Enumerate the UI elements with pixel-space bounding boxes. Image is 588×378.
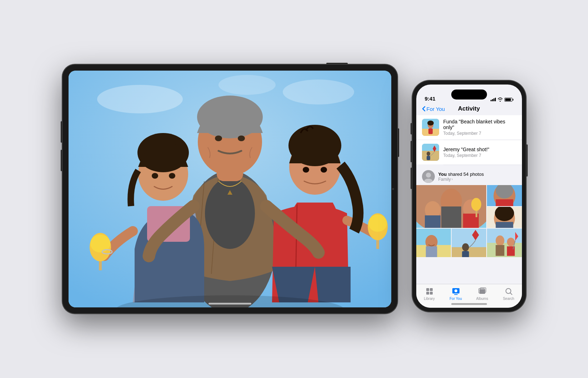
iphone-device: 9:41 bbox=[412, 80, 526, 312]
svg-rect-56 bbox=[496, 199, 513, 206]
shared-action-text: You shared 54 photos bbox=[438, 172, 484, 177]
library-icon bbox=[425, 287, 434, 296]
signal-bar-2 bbox=[492, 99, 493, 101]
status-icons bbox=[491, 97, 513, 102]
svg-point-52 bbox=[471, 198, 481, 211]
photo-large[interactable] bbox=[416, 185, 486, 228]
tab-for-you-label: For You bbox=[449, 297, 462, 301]
photo-grid-bottom bbox=[416, 229, 522, 257]
activity-text-funda: Funda "Beach blanket vibes only" Today, … bbox=[443, 119, 516, 136]
svg-point-69 bbox=[462, 243, 469, 251]
shared-section: You shared 54 photos Family › bbox=[416, 165, 522, 257]
svg-rect-46 bbox=[441, 206, 461, 228]
photo-bottom-1[interactable] bbox=[416, 229, 451, 257]
activity-text-jeremy: Jeremy "Great shot!" Today, September 7 bbox=[443, 147, 516, 158]
activity-list: Funda "Beach blanket vibes only" Today, … bbox=[416, 115, 522, 284]
shared-album-text[interactable]: Family › bbox=[438, 177, 484, 182]
battery-icon bbox=[504, 98, 513, 102]
photo-small-2[interactable] bbox=[487, 207, 522, 228]
activity-item-funda[interactable]: Funda "Beach blanket vibes only" Today, … bbox=[416, 115, 522, 139]
iphone-power-btn bbox=[526, 144, 528, 177]
svg-point-38 bbox=[427, 152, 430, 156]
tab-for-you[interactable]: For You bbox=[443, 287, 469, 301]
activity-item-jeremy[interactable]: Jeremy "Great shot!" Today, September 7 bbox=[416, 140, 522, 164]
iphone-silent-btn bbox=[411, 123, 412, 134]
tab-albums-label: Albums bbox=[476, 297, 488, 301]
iphone-home-indicator bbox=[451, 303, 487, 305]
shared-header: You shared 54 photos Family › bbox=[416, 168, 522, 185]
signal-bar-3 bbox=[493, 98, 494, 101]
svg-point-41 bbox=[426, 173, 431, 178]
svg-rect-60 bbox=[496, 222, 513, 228]
photo-bottom-2[interactable] bbox=[452, 229, 486, 257]
svg-rect-75 bbox=[496, 245, 504, 256]
signal-icon bbox=[491, 98, 496, 101]
iphone-volume-up-btn bbox=[411, 141, 412, 162]
svg-point-74 bbox=[496, 235, 504, 246]
activity-date-funda: Today, September 7 bbox=[443, 131, 516, 136]
svg-rect-48 bbox=[425, 215, 441, 228]
nav-header: For You Activity bbox=[416, 104, 522, 115]
svg-point-3 bbox=[218, 75, 276, 95]
ipad-volume-up-btn bbox=[61, 121, 62, 143]
svg-rect-79 bbox=[426, 288, 429, 291]
tab-search[interactable]: Search bbox=[496, 287, 522, 301]
activity-thumb-funda bbox=[422, 119, 439, 136]
svg-point-23 bbox=[368, 215, 387, 232]
photo-bottom-3[interactable] bbox=[487, 229, 522, 257]
svg-rect-33 bbox=[428, 128, 433, 134]
iphone-volume-down-btn bbox=[411, 168, 412, 189]
svg-point-5 bbox=[205, 178, 255, 249]
svg-point-26 bbox=[303, 167, 309, 173]
tab-library[interactable]: Library bbox=[416, 287, 443, 301]
svg-point-34 bbox=[427, 121, 434, 126]
album-chevron-icon: › bbox=[452, 177, 453, 181]
svg-rect-80 bbox=[430, 288, 433, 291]
svg-rect-65 bbox=[426, 246, 437, 257]
back-label: For You bbox=[427, 106, 445, 112]
photo-grid-top bbox=[416, 185, 522, 228]
svg-point-2 bbox=[283, 80, 354, 104]
svg-rect-36 bbox=[422, 144, 439, 151]
tab-albums[interactable]: Albums bbox=[469, 287, 496, 301]
svg-point-76 bbox=[507, 237, 515, 246]
ipad-volume-down-btn bbox=[61, 150, 62, 171]
for-you-icon bbox=[452, 287, 460, 296]
activity-name-funda: Funda "Beach blanket vibes only" bbox=[443, 119, 516, 130]
signal-bar-4 bbox=[495, 98, 496, 101]
nav-back-button[interactable]: For You bbox=[422, 106, 445, 112]
ipad-screen bbox=[69, 71, 391, 307]
main-scene: 9:41 bbox=[62, 64, 526, 314]
status-time: 9:41 bbox=[425, 96, 436, 102]
svg-point-10 bbox=[238, 136, 245, 141]
svg-rect-85 bbox=[454, 294, 458, 295]
iphone-screen: 9:41 bbox=[416, 85, 522, 308]
activity-name-jeremy: Jeremy "Great shot!" bbox=[443, 147, 516, 152]
tab-library-label: Library bbox=[424, 297, 435, 301]
activity-thumb-jeremy bbox=[422, 144, 439, 161]
albums-icon bbox=[478, 287, 487, 296]
signal-bar-1 bbox=[491, 100, 492, 101]
svg-rect-82 bbox=[430, 292, 433, 295]
svg-point-18 bbox=[152, 173, 158, 179]
svg-point-84 bbox=[454, 290, 457, 292]
wifi-icon bbox=[498, 97, 503, 102]
svg-point-27 bbox=[321, 167, 327, 173]
shared-text: You shared 54 photos Family › bbox=[438, 172, 484, 182]
ipad-home-indicator bbox=[208, 303, 251, 305]
svg-rect-81 bbox=[426, 292, 429, 295]
dynamic-island bbox=[451, 90, 487, 99]
back-chevron-icon bbox=[422, 106, 426, 112]
search-icon bbox=[504, 287, 513, 296]
nav-title: Activity bbox=[458, 105, 480, 112]
svg-point-19 bbox=[169, 173, 175, 179]
svg-rect-70 bbox=[462, 251, 469, 257]
photo-grid-top-right bbox=[487, 185, 522, 228]
ipad-camera bbox=[392, 188, 394, 190]
ipad-power-btn bbox=[398, 128, 399, 157]
ipad-photo-display bbox=[69, 71, 391, 307]
activity-date-jeremy: Today, September 7 bbox=[443, 153, 516, 158]
ipad-top-btn bbox=[326, 63, 348, 64]
shared-avatar bbox=[422, 170, 435, 183]
photo-small-1[interactable] bbox=[487, 185, 522, 206]
